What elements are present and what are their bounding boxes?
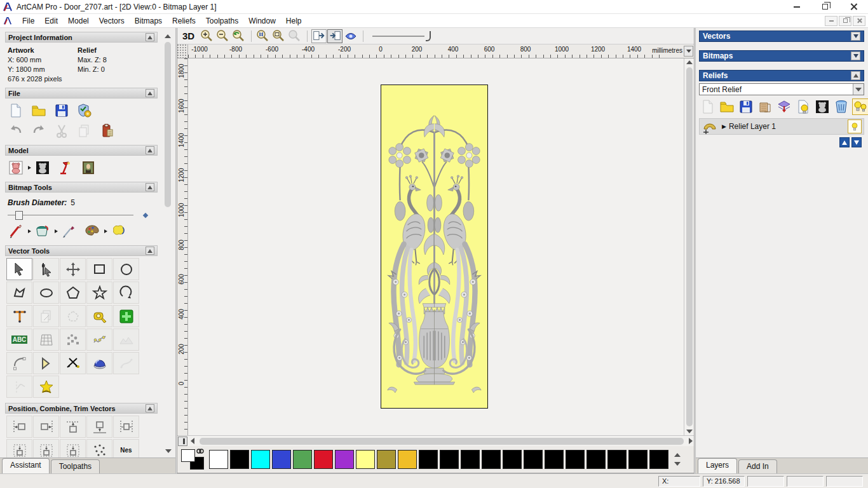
- light-material-icon[interactable]: [57, 159, 74, 176]
- spin-relief-icon[interactable]: [86, 352, 112, 374]
- tab-toolpaths[interactable]: Toolpaths: [51, 459, 100, 473]
- centre-in-page-icon[interactable]: [6, 439, 32, 458]
- texture-sponge-icon[interactable]: [111, 223, 127, 240]
- scroll-right-button[interactable]: [688, 438, 694, 444]
- flyout-arrow-icon[interactable]: [28, 166, 31, 170]
- menu-window[interactable]: Window: [243, 15, 281, 27]
- layer-name[interactable]: Relief Layer 1: [729, 122, 776, 131]
- flyout-arrow-icon[interactable]: [28, 229, 31, 233]
- canvas-vertical-scrollbar[interactable]: [684, 58, 694, 435]
- create-ellipse-icon[interactable]: [33, 281, 59, 304]
- color-swatch[interactable]: [314, 450, 333, 469]
- new-model-icon[interactable]: [8, 102, 24, 119]
- relief-layer-stack-icon[interactable]: [776, 98, 792, 115]
- create-polyline-icon[interactable]: [6, 281, 32, 304]
- open-relief-icon[interactable]: [719, 98, 735, 115]
- rollup-button[interactable]: [146, 183, 154, 191]
- reliefs-header[interactable]: Reliefs: [699, 70, 864, 81]
- slider-handle[interactable]: [426, 31, 431, 41]
- restore-button[interactable]: [811, 0, 839, 13]
- color-swatch[interactable]: [230, 450, 249, 469]
- relief-preview-icon[interactable]: [814, 98, 831, 115]
- zoom-1to1-icon[interactable]: [255, 29, 271, 43]
- rollup-button[interactable]: [146, 247, 154, 255]
- color-swatch[interactable]: [545, 450, 564, 469]
- menu-help[interactable]: Help: [281, 15, 307, 27]
- child-restore-button[interactable]: [839, 16, 851, 26]
- pick-colour-icon[interactable]: [61, 223, 78, 240]
- brush-diameter-slider[interactable]: [8, 211, 133, 220]
- colour-palette-icon[interactable]: [84, 223, 100, 240]
- zoom-object-icon[interactable]: [287, 29, 302, 43]
- create-medical-cross-icon[interactable]: [113, 305, 139, 327]
- fit-curve-icon[interactable]: [86, 329, 112, 351]
- preview-relief-icon[interactable]: [343, 29, 358, 43]
- zoom-previous-icon[interactable]: [231, 29, 247, 43]
- flyout-arrow-icon[interactable]: [55, 229, 58, 233]
- canvas[interactable]: [188, 58, 684, 435]
- rollup-button[interactable]: [146, 404, 154, 412]
- palette-scroll[interactable]: [672, 453, 683, 466]
- expander-icon[interactable]: ▶: [722, 123, 726, 130]
- scroll-down-icon[interactable]: [686, 430, 693, 433]
- toggle-vector-view-icon[interactable]: [327, 29, 342, 43]
- redo-icon[interactable]: [31, 123, 47, 139]
- create-circle-icon[interactable]: [113, 258, 139, 280]
- view-contrast-slider[interactable]: [372, 30, 431, 43]
- color-swatch[interactable]: [587, 450, 606, 469]
- vectors-header[interactable]: Vectors: [699, 30, 864, 42]
- model-section-header[interactable]: Model: [5, 145, 158, 156]
- color-swatch[interactable]: [482, 450, 501, 469]
- centre-in-page-y-icon[interactable]: [60, 439, 86, 458]
- paste-along-curve-icon[interactable]: [60, 329, 86, 351]
- toggle-all-lights-icon[interactable]: [852, 98, 868, 115]
- align-left-icon[interactable]: [6, 416, 32, 438]
- canvas-horizontal-scrollbar[interactable]: [177, 435, 694, 446]
- paste-icon[interactable]: [76, 123, 93, 139]
- zoom-fit-icon[interactable]: [271, 29, 287, 43]
- scroll-thumb[interactable]: [200, 438, 684, 445]
- trim-vectors-icon[interactable]: [60, 352, 86, 374]
- create-text-icon[interactable]: [6, 305, 32, 327]
- paint-icon[interactable]: [8, 223, 24, 240]
- fillet-arc-icon[interactable]: [6, 352, 32, 374]
- relief-artwork[interactable]: [381, 85, 488, 409]
- minimize-button[interactable]: [782, 0, 811, 13]
- color-swatch[interactable]: [251, 450, 270, 469]
- project-information-header[interactable]: Project Information: [5, 32, 158, 43]
- flood-fill-icon[interactable]: [34, 223, 51, 240]
- color-swatch[interactable]: [335, 450, 354, 469]
- notes-icon[interactable]: [99, 123, 116, 139]
- dropdown-button[interactable]: [853, 84, 864, 95]
- create-polygon-icon[interactable]: [60, 281, 86, 304]
- align-top-icon[interactable]: [60, 416, 86, 438]
- menu-bitmaps[interactable]: Bitmaps: [130, 15, 167, 27]
- transform-vectors-icon[interactable]: [60, 258, 86, 280]
- relief-layer-row[interactable]: ▶ Relief Layer 1: [699, 118, 864, 135]
- color-swatch[interactable]: [440, 450, 459, 469]
- save-relief-icon[interactable]: [738, 98, 754, 115]
- create-rectangle-icon[interactable]: [86, 258, 112, 280]
- select-vectors-icon[interactable]: [6, 258, 32, 280]
- move-layer-up-button[interactable]: [839, 137, 850, 147]
- section-profile-icon[interactable]: [6, 376, 32, 398]
- tab-add-in[interactable]: Add In: [738, 459, 777, 473]
- color-swatch[interactable]: [524, 450, 543, 469]
- relief-selector[interactable]: Front Relief: [699, 83, 864, 95]
- paste-vector-icon[interactable]: [33, 305, 59, 327]
- model-wizard-icon[interactable]: [76, 102, 93, 119]
- zoom-in-icon[interactable]: [200, 29, 215, 43]
- color-swatch[interactable]: [272, 450, 291, 469]
- primary-secondary-colour-chip[interactable]: [180, 448, 209, 471]
- menu-model[interactable]: Model: [63, 15, 94, 27]
- relief-visibility-icon[interactable]: [795, 98, 811, 115]
- color-swatch[interactable]: [461, 450, 480, 469]
- nest-vectors-icon[interactable]: [86, 439, 112, 458]
- expand-button[interactable]: [851, 32, 860, 41]
- measure-icon[interactable]: [86, 305, 112, 327]
- vector-doctor-icon[interactable]: [60, 305, 86, 327]
- scroll-thumb[interactable]: [686, 67, 693, 426]
- align-bottom-icon[interactable]: [86, 416, 112, 438]
- load-bitmap-icon[interactable]: [80, 159, 97, 176]
- nesting-icon[interactable]: Nes: [113, 439, 139, 458]
